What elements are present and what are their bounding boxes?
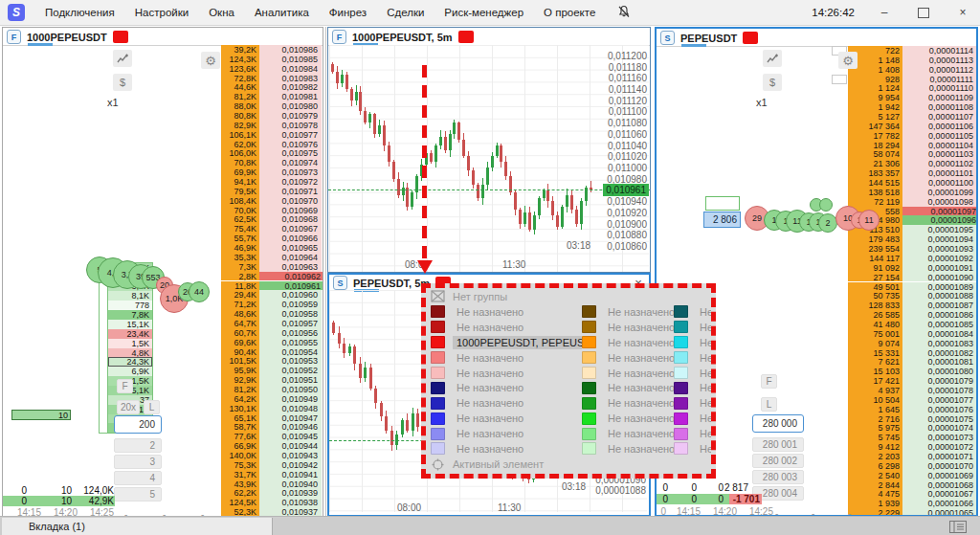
volume-cell[interactable]: 29,4K — [221, 290, 259, 300]
volume-cell[interactable]: 128 833 — [848, 301, 902, 310]
volume-input[interactable]: 280 000 — [752, 414, 804, 433]
price-cell[interactable]: 0,00001066 — [902, 499, 976, 508]
price-cell[interactable]: 0,00001095 — [902, 225, 976, 234]
group-item[interactable]: Не назначено — [582, 366, 674, 381]
price-cell[interactable]: 0,010978 — [259, 121, 322, 130]
volume-cell[interactable]: 9 954 — [848, 93, 902, 102]
price-cell[interactable]: 0,00001109 — [902, 93, 976, 102]
volume-cell[interactable]: 58,7K — [221, 422, 259, 432]
volume-cell[interactable]: 144 515 — [848, 178, 902, 188]
dollar-mode-button[interactable]: $ — [763, 74, 782, 91]
volume-cell[interactable]: 11,8K — [221, 281, 259, 291]
spread-volume-input[interactable]: 2 806 — [703, 212, 741, 228]
price-cell[interactable]: 0,00001087 — [902, 301, 976, 310]
layout-icon[interactable] — [949, 520, 967, 535]
price-cell[interactable]: 0,00001105 — [902, 131, 976, 141]
volume-cell[interactable]: 123,6K — [221, 64, 259, 74]
dom-price-row[interactable]: 62,5K0,010968 — [3, 214, 323, 224]
price-cell[interactable]: 0,00001092 — [902, 254, 976, 263]
volume-cell[interactable]: 35,3K — [221, 253, 259, 262]
group-item[interactable]: Не назначено — [582, 411, 674, 426]
group-item[interactable]: Не назначено — [431, 320, 582, 335]
dom-price-row[interactable]: 46,9K0,010965 — [3, 243, 323, 253]
group-item[interactable]: Не назначено — [431, 395, 582, 411]
menu-item-5[interactable]: Сделки — [387, 7, 424, 18]
price-cell[interactable]: 0,00001071 — [902, 452, 976, 461]
dom-price-row[interactable]: 64,2K0,010949 — [3, 394, 323, 404]
price-cell[interactable]: 0,00001100 — [902, 178, 976, 188]
group-item[interactable]: Не назначено — [674, 320, 716, 335]
dom-price-row[interactable]: 64,7K0,010957 — [3, 319, 323, 328]
price-cell[interactable]: 0,00001093 — [902, 244, 976, 254]
volume-cell[interactable]: 9 074 — [848, 339, 902, 348]
dom-price-row[interactable]: 81,2K0,010981 — [3, 92, 323, 101]
volume-cell[interactable]: 55,7K — [221, 234, 259, 243]
dom-price-row[interactable]: 66,9K0,010944 — [3, 441, 323, 451]
volume-cell[interactable]: 81,2K — [221, 385, 259, 394]
price-cell[interactable]: 0,00001083 — [902, 339, 976, 348]
volume-preset-button[interactable]: 280 002 — [752, 454, 804, 468]
price-cell[interactable]: 0,010979 — [259, 111, 322, 121]
group-item[interactable]: Не назначено — [582, 320, 674, 335]
order-cell[interactable] — [832, 75, 847, 84]
dom-price-row[interactable]: 75,4K0,010967 — [3, 224, 323, 234]
volume-cell[interactable]: 17 421 — [848, 376, 902, 386]
price-cell[interactable]: 0,00001073 — [902, 433, 976, 442]
price-cell[interactable]: 0,00001080 — [902, 367, 976, 376]
group-item[interactable]: Не назначено — [431, 380, 582, 395]
price-cell[interactable]: 0,010963 — [259, 262, 322, 272]
volume-cell[interactable]: 1 939 — [848, 499, 902, 508]
volume-cell[interactable]: 17 782 — [848, 131, 902, 141]
price-cell[interactable]: 0,00001072 — [902, 442, 976, 452]
price-cell[interactable]: 0,010954 — [259, 347, 322, 357]
price-cell[interactable]: 0,00001107 — [902, 112, 976, 122]
volume-cell[interactable]: 5 975 — [848, 423, 902, 433]
price-cell[interactable]: 0,00001081 — [902, 357, 976, 367]
price-cell[interactable]: 0,00001110 — [902, 83, 976, 93]
dom-price-row[interactable]: 1 1240,00001110 — [657, 83, 976, 93]
price-cell[interactable]: 0,00001098 — [902, 197, 976, 207]
price-cell[interactable]: 0,010986 — [259, 45, 322, 55]
dom-price-row[interactable]: 48,6K0,010958 — [3, 309, 323, 319]
price-cell[interactable]: 0,010966 — [259, 234, 322, 243]
group-item[interactable]: Не назначено — [582, 304, 674, 320]
dom-price-row[interactable]: 106,0K0,010975 — [3, 148, 323, 158]
group-item[interactable]: Не назначено — [674, 441, 716, 457]
price-cell[interactable]: 0,00001079 — [902, 376, 976, 386]
group-active-item[interactable]: Активный элемент — [426, 457, 711, 473]
price-cell[interactable]: 0,00001113 — [902, 56, 976, 65]
price-cell[interactable]: 0,010960 — [259, 290, 322, 300]
volume-cell[interactable]: 2 844 — [848, 480, 902, 490]
volume-cell[interactable]: 50 735 — [848, 291, 902, 301]
price-cell[interactable]: 0,010976 — [259, 140, 322, 149]
price-cell[interactable]: 0,010951 — [259, 375, 322, 385]
volume-cell[interactable]: 9 412 — [848, 442, 902, 452]
dom-price-row[interactable]: 7220,00001114 — [657, 46, 976, 56]
volume-cell[interactable]: 94,1K — [221, 177, 259, 187]
volume-cell[interactable]: 72 119 — [848, 197, 902, 207]
volume-cell[interactable]: 144 117 — [848, 254, 902, 263]
maximize-button[interactable] — [914, 8, 933, 18]
volume-cell[interactable]: 79,5K — [221, 187, 259, 196]
group-none-item[interactable]: Нет группы — [426, 288, 711, 304]
price-cell[interactable]: 0,00001068 — [902, 480, 976, 490]
group-item[interactable]: Не назначено — [431, 426, 582, 441]
price-cell[interactable]: 0,00001104 — [902, 141, 976, 150]
group-item[interactable]: Не назначено — [582, 441, 674, 457]
price-cell[interactable]: 0,010971 — [259, 187, 322, 196]
dom-price-row[interactable]: 147 3640,00001106 — [657, 122, 976, 131]
gear-icon[interactable]: ⚙ — [201, 52, 220, 69]
price-cell[interactable]: 0,010957 — [259, 319, 322, 328]
price-cell[interactable]: 0,00001106 — [902, 122, 976, 131]
volume-cell[interactable]: 183 357 — [848, 168, 902, 178]
price-cell[interactable]: 0,010967 — [259, 224, 322, 234]
group-item[interactable]: Не назначено — [431, 350, 582, 366]
volume-cell[interactable]: 75 001 — [848, 329, 902, 339]
volume-preset-button[interactable]: 280 003 — [752, 470, 804, 484]
volume-cell[interactable]: 81,2K — [221, 92, 259, 101]
group-item[interactable]: Не назначено — [674, 426, 716, 441]
price-cell[interactable]: 0,00001103 — [902, 149, 976, 159]
price-cell[interactable]: 0,010983 — [259, 74, 322, 83]
group-item[interactable]: Не назначено — [431, 411, 582, 426]
volume-cell[interactable]: 62,5K — [221, 214, 259, 224]
